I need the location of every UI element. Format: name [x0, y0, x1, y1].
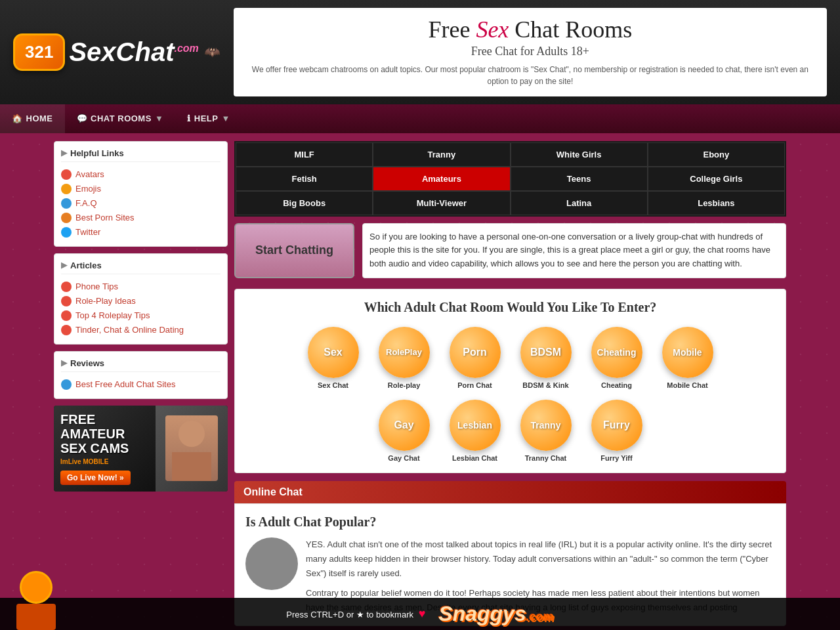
room-bdsm-bubble: BDSM — [520, 327, 572, 378]
mascot-character — [7, 571, 66, 630]
link-faq[interactable]: F.A.Q — [61, 196, 220, 211]
online-chat-header: Online Chat — [234, 481, 786, 503]
link-twitter[interactable]: Twitter — [61, 225, 220, 240]
room-lesbian-bubble: Lesbian — [450, 400, 501, 451]
arrow-icon: » — [119, 473, 124, 482]
help-icon: ℹ — [187, 114, 191, 123]
tab-latina[interactable]: Latina — [511, 191, 648, 215]
review1-icon — [61, 379, 72, 390]
bottom-overlay: Press CTRL+D or ★ to bookmark ♥ Snaggys.… — [0, 598, 840, 630]
header-description: We offer free webcam chatrooms on adult … — [247, 64, 814, 87]
tab-white-girls[interactable]: White Girls — [511, 142, 648, 167]
reviews-title: ▶ Reviews — [61, 358, 220, 372]
bookmark-message: Press CTRL+D or ★ to bookmark ♥ — [286, 607, 425, 621]
dropdown-arrow-icon: ▼ — [155, 114, 163, 123]
start-description: So if you are looking to have a personal… — [362, 223, 786, 278]
tab-lesbians[interactable]: Lesbians — [648, 191, 785, 215]
room-cheating-bubble: Cheating — [591, 327, 642, 378]
tab-ebony[interactable]: Ebony — [648, 142, 785, 167]
articles-title: ▶ Articles — [61, 261, 220, 274]
room-cheating[interactable]: Cheating Cheating — [584, 327, 650, 389]
header-title: Free Sex Chat Rooms — [247, 17, 814, 43]
faq-icon — [61, 198, 72, 209]
header-right: Free Sex Chat Rooms Free Chat for Adults… — [234, 8, 827, 96]
room-tranny[interactable]: Tranny Tranny Chat — [513, 400, 579, 462]
link-emojis[interactable]: Emojis — [61, 182, 220, 196]
room-porn[interactable]: Porn Porn Chat — [442, 327, 508, 389]
navigation: 🏠 HOME 💬 CHAT ROOMS ▼ ℹ HELP ▼ — [0, 104, 840, 133]
room-porn-bubble: Porn — [450, 327, 501, 378]
tab-big-boobs[interactable]: Big Boobs — [236, 191, 373, 215]
room-sex-bubble: Sex — [308, 327, 359, 378]
room-mobile[interactable]: Mobile Mobile Chat — [655, 327, 721, 389]
tab-milf[interactable]: MILF — [236, 142, 373, 167]
room-lesbian[interactable]: Lesbian Lesbian Chat — [442, 400, 508, 462]
chat-icon: 💬 — [77, 114, 88, 123]
room-sex[interactable]: Sex Sex Chat — [301, 327, 366, 389]
flag-icon: ▶ — [61, 148, 67, 158]
link-phone-tips[interactable]: Phone Tips — [61, 280, 220, 294]
main-content: MILF Tranny White Girls Ebony Fetish Ama… — [234, 141, 786, 627]
room-roleplay[interactable]: RolePlay Role-play — [371, 327, 437, 389]
logo-box: 321 — [13, 33, 65, 71]
link-best-chat-sites[interactable]: Best Free Adult Chat Sites — [61, 377, 220, 392]
sidebar: ▶ Helpful Links Avatars Emojis F.A.Q Bes… — [54, 141, 228, 627]
room-furry-bubble: Furry — [591, 400, 642, 451]
articles-box: ▶ Articles Phone Tips Role-Play Ideas To… — [54, 253, 228, 345]
reviews-flag-icon: ▶ — [61, 358, 67, 368]
rooms-row-1: Sex Sex Chat RolePlay Role-play Porn Por… — [245, 327, 775, 389]
room-roleplay-bubble: RolePlay — [379, 327, 430, 378]
nav-chat-rooms[interactable]: 💬 CHAT ROOMS ▼ — [65, 104, 176, 133]
start-area: Start Chatting So if you are looking to … — [234, 223, 786, 278]
advertisement-box[interactable]: FREE AMATEUR SEX CAMS ImLive MOBILE Go L… — [54, 406, 228, 492]
nav-help[interactable]: ℹ HELP ▼ — [175, 104, 242, 133]
helpful-links-box: ▶ Helpful Links Avatars Emojis F.A.Q Bes… — [54, 141, 228, 247]
ad-brand: ImLive MOBILE — [60, 458, 149, 465]
article3-icon — [61, 310, 72, 321]
nav-home[interactable]: 🏠 HOME — [0, 104, 65, 133]
link-best-porn[interactable]: Best Porn Sites — [61, 211, 220, 225]
tab-tranny[interactable]: Tranny — [373, 142, 510, 167]
room-furry[interactable]: Furry Furry Yiff — [584, 400, 650, 462]
ad-cta-button[interactable]: Go Live Now! » — [60, 471, 131, 485]
rooms-row-2: Gay Gay Chat Lesbian Lesbian Chat Tranny… — [245, 400, 775, 462]
start-chatting-button[interactable]: Start Chatting — [234, 223, 354, 278]
link-roleplay-ideas[interactable]: Role-Play Ideas — [61, 294, 220, 308]
ad-title: FREE AMATEUR SEX CAMS — [60, 412, 149, 455]
article2-icon — [61, 296, 72, 306]
dropdown-arrow2-icon: ▼ — [221, 114, 230, 123]
room-bdsm[interactable]: BDSM BDSM & Kink — [513, 327, 579, 389]
rooms-title: Which Adult Chat Room Would You Like To … — [245, 300, 775, 315]
room-tranny-bubble: Tranny — [520, 400, 572, 451]
tab-fetish[interactable]: Fetish — [236, 167, 373, 191]
heart-icon: ♥ — [419, 607, 426, 620]
link-tinder[interactable]: Tinder, Chat & Online Dating — [61, 323, 220, 337]
emojis-icon — [61, 184, 72, 194]
rooms-section: Which Adult Chat Room Would You Like To … — [234, 289, 786, 473]
articles-flag-icon: ▶ — [61, 261, 67, 270]
ad-woman-figure — [165, 415, 218, 481]
article-para1: YES. Adult chat isn't one of the most ta… — [306, 537, 775, 581]
link-avatars[interactable]: Avatars — [61, 167, 220, 182]
avatar-circle — [245, 537, 298, 590]
tab-teens[interactable]: Teens — [511, 167, 648, 191]
article4-icon — [61, 325, 72, 335]
porn-icon — [61, 213, 72, 223]
tab-college-girls[interactable]: College Girls — [648, 167, 785, 191]
article1-icon — [61, 282, 72, 292]
logo-area[interactable]: 321 SexChat.com 🦇 — [13, 33, 220, 71]
logo-text: SexChat.com — [69, 37, 198, 67]
room-mobile-bubble: Mobile — [662, 327, 713, 378]
room-gay[interactable]: Gay Gay Chat — [371, 400, 437, 462]
tab-amateurs[interactable]: Amateurs — [373, 167, 510, 191]
reviews-box: ▶ Reviews Best Free Adult Chat Sites — [54, 351, 228, 399]
twitter-icon — [61, 227, 72, 238]
tab-multi-viewer[interactable]: Multi-Viewer — [373, 191, 510, 215]
avatars-icon — [61, 169, 72, 180]
link-roleplay-tips[interactable]: Top 4 Roleplay Tips — [61, 308, 220, 323]
decoration-icon: 🦇 — [204, 44, 220, 60]
room-gay-bubble: Gay — [379, 400, 430, 451]
home-icon: 🏠 — [12, 114, 23, 123]
category-tabs: MILF Tranny White Girls Ebony Fetish Ama… — [234, 141, 786, 217]
header-subtitle: Free Chat for Adults 18+ — [247, 45, 814, 58]
